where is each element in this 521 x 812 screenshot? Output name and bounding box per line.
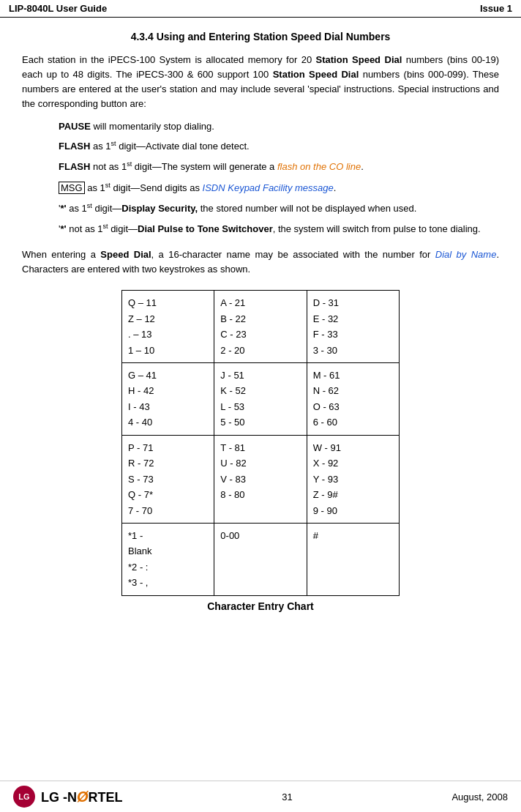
footer-page-number: 31 xyxy=(282,791,292,802)
table-cell: D - 31E - 32F - 333 - 30 xyxy=(307,291,399,363)
pause-line: PAUSE will momentarily stop dialing. xyxy=(59,119,499,135)
flash2-line: FLASH not as 1st digit—The system will g… xyxy=(59,159,499,175)
flash2-block: FLASH not as 1st digit—The system will g… xyxy=(59,159,499,175)
header-title: LIP-8040L User Guide xyxy=(9,3,107,14)
content-area: 4.3.4 Using and Entering Station Speed D… xyxy=(0,18,521,781)
table-cell: P - 71R - 72S - 73Q - 7*7 - 70 xyxy=(122,435,214,523)
header-bar: LIP-8040L User Guide Issue 1 xyxy=(0,0,521,18)
flash1-block: FLASH as 1st digit—Activate dial tone de… xyxy=(59,138,499,154)
lg-text: LG xyxy=(18,792,29,801)
msg-line: MSG as 1st digit—Send digits as ISDN Key… xyxy=(59,180,499,196)
msg-box: MSG xyxy=(59,182,85,194)
star2-block: '*' not as 1st digit—Dial Pulse to Tone … xyxy=(59,221,499,237)
table-cell: G – 41H - 42I - 434 - 40 xyxy=(122,363,214,436)
paragraph1: Each station in the iPECS-100 System is … xyxy=(22,53,499,112)
table-row: P - 71R - 72S - 73Q - 7*7 - 70T - 81U - … xyxy=(122,435,400,523)
footer-logo: LG LG -NØRTEL xyxy=(13,786,123,808)
nortel-logo: LG -NØRTEL xyxy=(41,789,123,805)
msg-italic: ISDN Keypad Facility message xyxy=(203,182,334,193)
table-cell: # xyxy=(307,523,399,595)
flash2-italic: flash on the CO line xyxy=(277,162,361,173)
table-caption: Character Entry Chart xyxy=(121,600,400,612)
footer-bar: LG LG -NØRTEL 31 August, 2008 xyxy=(0,781,521,812)
table-cell: W - 91X - 92Y - 93Z - 9#9 - 90 xyxy=(307,435,399,523)
table-row: *1 -Blank*2 - :*3 - ,0-00# xyxy=(122,523,400,595)
msg-block: MSG as 1st digit—Send digits as ISDN Key… xyxy=(59,180,499,196)
pause-block: PAUSE will momentarily stop dialing. xyxy=(59,119,499,135)
char-table: Q – 11Z – 12. – 131 – 10A - 21B - 22C - … xyxy=(121,290,400,595)
table-row: G – 41H - 42I - 434 - 40J - 51K - 52L - … xyxy=(122,363,400,436)
table-cell: J - 51K - 52L - 535 - 50 xyxy=(214,363,307,436)
flash1-line: FLASH as 1st digit—Activate dial tone de… xyxy=(59,138,499,154)
lg-icon: LG xyxy=(13,786,35,808)
table-row: Q – 11Z – 12. – 131 – 10A - 21B - 22C - … xyxy=(122,291,400,363)
nortel-o-icon: Ø xyxy=(77,789,89,805)
page-container: LIP-8040L User Guide Issue 1 4.3.4 Using… xyxy=(0,0,521,812)
table-cell: M - 61N - 62O - 636 - 60 xyxy=(307,363,399,436)
char-table-wrapper: Q – 11Z – 12. – 131 – 10A - 21B - 22C - … xyxy=(121,290,400,611)
footer-date: August, 2008 xyxy=(451,791,508,802)
paragraph2: When entering a Speed Dial, a 16-charact… xyxy=(22,247,499,277)
table-cell: A - 21B - 22C - 232 - 20 xyxy=(214,291,307,363)
table-cell: *1 -Blank*2 - :*3 - , xyxy=(122,523,214,595)
section-heading: 4.3.4 Using and Entering Station Speed D… xyxy=(22,31,499,42)
table-cell: Q – 11Z – 12. – 131 – 10 xyxy=(122,291,214,363)
dial-by-name-link[interactable]: Dial by Name xyxy=(435,249,497,260)
table-cell: 0-00 xyxy=(214,523,307,595)
table-cell: T - 81U - 82V - 838 - 80 xyxy=(214,435,307,523)
star1-block: '*' as 1st digit—Display Security, the s… xyxy=(59,201,499,217)
header-issue: Issue 1 xyxy=(480,3,512,14)
star2-line: '*' not as 1st digit—Dial Pulse to Tone … xyxy=(59,221,499,237)
star1-line: '*' as 1st digit—Display Security, the s… xyxy=(59,201,499,217)
